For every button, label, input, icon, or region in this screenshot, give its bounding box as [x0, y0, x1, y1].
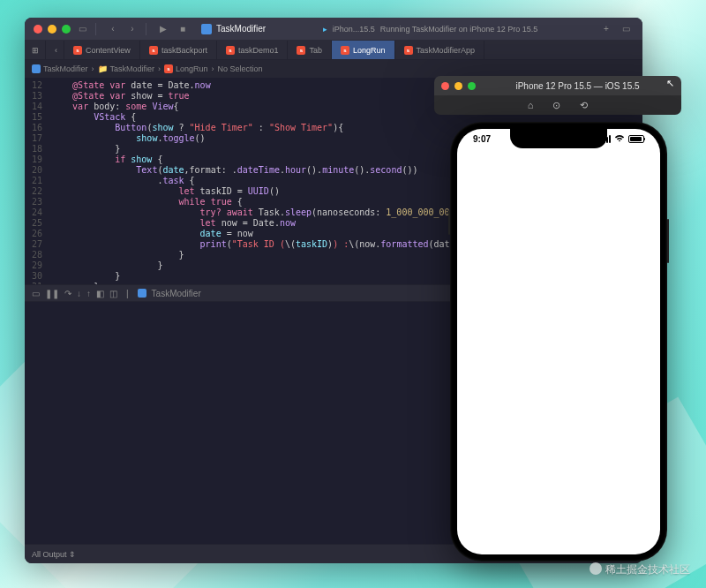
simulator-screen[interactable]: 9:07 [457, 129, 660, 554]
window-controls [34, 25, 71, 34]
sim-rotate-icon[interactable]: ⟲ [580, 100, 588, 111]
project-name-label: TaskModifier [216, 24, 266, 34]
simulator-device: 9:07 [450, 122, 667, 562]
close-window-button[interactable] [34, 25, 42, 34]
swift-file-icon: s [341, 46, 349, 55]
tab-longrun[interactable]: sLongRun [332, 41, 395, 59]
library-icon[interactable]: ▭ [618, 21, 634, 37]
tab-tab[interactable]: sTab [288, 41, 332, 59]
cellular-icon [601, 135, 611, 143]
debug-views-icon[interactable]: ◧ [96, 289, 104, 298]
zoom-window-button[interactable] [62, 25, 71, 34]
debug-step-in-icon[interactable]: ↓ [77, 289, 81, 298]
process-icon [138, 289, 146, 298]
watermark: 稀土掘金技术社区 [590, 562, 690, 577]
tab-taskdemo1[interactable]: staskDemo1 [217, 41, 289, 59]
debug-pause-icon[interactable]: ❚❚ [45, 289, 59, 298]
forward-button[interactable]: › [124, 21, 140, 37]
tab-contentview[interactable]: sContentView [64, 41, 140, 59]
cursor-icon: ↖ [666, 78, 674, 89]
device-icon: ▸ [323, 25, 327, 34]
debug-memory-icon[interactable]: ◫ [109, 289, 117, 298]
swift-file-icon: s [404, 46, 413, 55]
breadcrumb-selection[interactable]: No Selection [218, 64, 263, 73]
navigator-toggle-icon[interactable]: ▭ [74, 21, 90, 37]
status-message: Running TaskModifier on iPhone 12 Pro 15… [380, 25, 537, 34]
line-gutter: 12 13 14 15 16 17 18 19 20 21 22 23 24 2… [25, 78, 48, 284]
swift-file-icon: s [297, 46, 305, 55]
simulator-title: iPhone 12 Pro 15.5 — iOS 15.5 [481, 81, 674, 91]
tab-back-button[interactable]: ‹ [46, 41, 64, 59]
scheme-selector[interactable]: TaskModifier [201, 24, 266, 34]
editor-tabbar: ⊞ ‹ sContentViewstaskBackportstaskDemo1s… [25, 41, 642, 60]
debug-toggle-icon[interactable]: ▭ [32, 289, 40, 298]
swift-file-icon: s [73, 46, 82, 55]
debug-step-over-icon[interactable]: ↷ [64, 289, 71, 298]
run-button[interactable]: ▶ [155, 21, 171, 37]
tab-taskbackport[interactable]: staskBackport [140, 41, 217, 59]
debug-process-label[interactable]: TaskModifier [152, 289, 201, 298]
status-time: 9:07 [473, 134, 491, 144]
status-center: ▸ iPhon...15.5 Running TaskModifier on i… [266, 25, 595, 34]
battery-icon [628, 135, 644, 143]
output-selector[interactable]: All Output ⇕ [32, 550, 76, 559]
swift-file-icon: s [226, 46, 235, 55]
sim-zoom-button[interactable] [468, 82, 476, 90]
app-icon [201, 24, 212, 34]
sim-screenshot-icon[interactable]: ⊙ [552, 100, 560, 111]
breadcrumb-folder[interactable]: 📁 TaskModifier [98, 64, 155, 73]
simulator-titlebar: iPhone 12 Pro 15.5 — iOS 15.5 ↖ [434, 76, 681, 95]
minimize-window-button[interactable] [48, 25, 56, 34]
stop-button[interactable]: ■ [175, 21, 191, 37]
sim-home-icon[interactable]: ⌂ [528, 100, 534, 110]
simulator-toolbar: ⌂ ⊙ ⟲ [434, 95, 681, 115]
back-button[interactable]: ‹ [105, 21, 121, 37]
device-label: iPhon...15.5 [333, 25, 375, 34]
swift-file-icon: s [149, 46, 158, 55]
xcode-titlebar: ▭ ‹ › ▶ ■ TaskModifier ▸ iPhon...15.5 Ru… [25, 18, 642, 41]
related-items-button[interactable]: ⊞ [25, 41, 46, 59]
add-button[interactable]: + [598, 21, 614, 37]
simulator-window: iPhone 12 Pro 15.5 — iOS 15.5 ↖ ⌂ ⊙ ⟲ [434, 76, 681, 115]
breadcrumb-bar: TaskModifier › 📁 TaskModifier › sLongRun… [25, 60, 642, 78]
tab-taskmodifierapp[interactable]: sTaskModifierApp [395, 41, 485, 59]
sim-minimize-button[interactable] [454, 82, 462, 90]
debug-step-out-icon[interactable]: ↑ [86, 289, 91, 298]
sim-close-button[interactable] [441, 82, 449, 90]
wifi-icon [614, 134, 625, 144]
breadcrumb-file[interactable]: sLongRun [164, 64, 208, 73]
breadcrumb-project[interactable]: TaskModifier [32, 64, 88, 73]
device-status-bar: 9:07 [457, 134, 660, 144]
